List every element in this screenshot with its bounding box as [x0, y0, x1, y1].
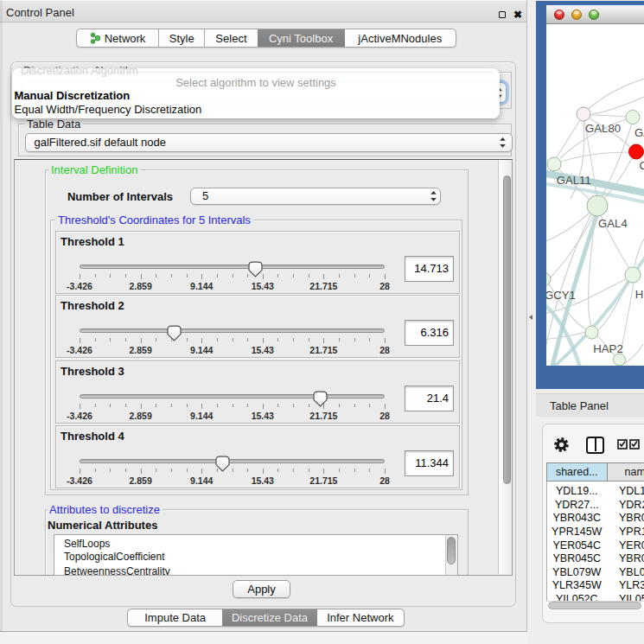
svg-text:GA: GA — [634, 126, 644, 139]
svg-text:HAP2: HAP2 — [593, 342, 622, 355]
svg-text:GAL11: GAL11 — [557, 174, 591, 187]
svg-text:CY: CY — [640, 159, 644, 172]
svg-text:GCY1: GCY1 — [546, 289, 576, 302]
svg-text:HIS4: HIS4 — [635, 288, 644, 301]
svg-text:GAL80: GAL80 — [585, 122, 621, 135]
svg-text:GAL4: GAL4 — [598, 217, 628, 230]
